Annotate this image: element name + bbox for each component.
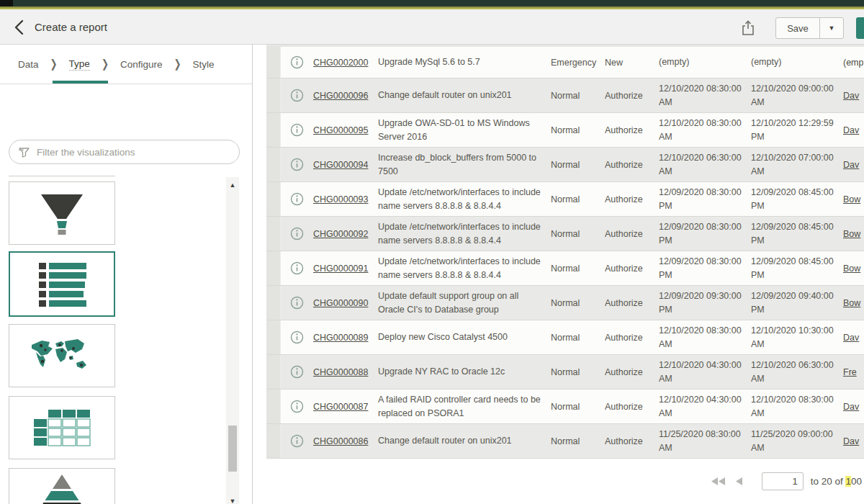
table-row: CHG0000093 Update /etc/network/interface… (266, 182, 864, 217)
records-table: CHG0002000 Upgrade MySql 5.6 to 5.7 Emer… (266, 45, 864, 462)
record-info-icon[interactable] (290, 55, 304, 69)
table-row: CHG0000095 Upgrade OWA-SD-01 to MS Windo… (266, 113, 864, 148)
world-map-icon (26, 334, 98, 377)
save-dropdown-caret[interactable]: ▼ (820, 18, 843, 38)
record-info-icon[interactable] (290, 434, 304, 448)
record-number-link[interactable]: CHG0000094 (313, 160, 368, 170)
record-assigned-link[interactable]: Bow (843, 194, 860, 204)
save-button[interactable]: Save (776, 18, 820, 38)
table-row: CHG0000086 Change default router on unix… (266, 424, 864, 459)
record-assigned-link[interactable]: Fre (843, 367, 857, 377)
step-type[interactable]: Type (69, 58, 90, 71)
record-priority: Normal (551, 298, 605, 308)
page-number-input[interactable] (762, 472, 804, 490)
filter-funnel-icon (18, 146, 30, 158)
step-style[interactable]: Style (193, 59, 215, 70)
record-start-date: 12/10/2020 08:30:00 AM (659, 324, 751, 350)
record-number-link[interactable]: CHG0000089 (313, 333, 368, 343)
record-start-date: 11/25/2020 08:30:00 AM (659, 428, 751, 454)
record-assigned-link[interactable]: Bow (843, 298, 860, 308)
record-number-link[interactable]: CHG0002000 (313, 58, 368, 68)
step-breadcrumb: Data ❯ Type ❯ Configure ❯ Style (0, 45, 252, 84)
record-info-icon[interactable] (290, 296, 304, 310)
viz-thumb-pivot-table[interactable] (9, 396, 115, 459)
viz-thumb-map[interactable] (9, 324, 115, 387)
record-info-icon[interactable] (290, 192, 304, 206)
record-state: Authorize (605, 160, 659, 170)
scroll-down-icon[interactable]: ▼ (228, 498, 237, 504)
table-row: CHG0000094 Increase db_block_buffers fro… (266, 148, 864, 182)
record-number-link[interactable]: CHG0000086 (313, 436, 368, 446)
record-assigned-link: (empty) (843, 58, 863, 68)
record-state: Authorize (605, 333, 659, 343)
record-info-icon[interactable] (290, 365, 304, 379)
record-info-icon[interactable] (290, 227, 304, 240)
record-number-link[interactable]: CHG0000091 (313, 264, 368, 274)
record-end-date: (empty) (751, 55, 843, 68)
record-info-icon[interactable] (290, 158, 304, 171)
record-number-link[interactable]: CHG0000093 (313, 194, 368, 204)
first-page-button[interactable] (711, 477, 726, 485)
top-strip-corner (0, 0, 13, 6)
record-info-icon[interactable] (290, 400, 304, 413)
record-state: Authorize (605, 436, 659, 446)
save-split-button: Save ▼ (775, 17, 844, 39)
previous-page-button[interactable] (736, 477, 743, 485)
record-start-date: 12/10/2020 04:30:00 AM (659, 359, 751, 384)
record-description: A failed RAID controller card needs to b… (378, 393, 551, 419)
record-number-link[interactable]: CHG0000087 (313, 402, 368, 412)
record-end-date: 12/10/2020 09:00:00 AM (751, 82, 843, 108)
scroll-up-icon[interactable]: ▲ (228, 181, 237, 189)
record-priority: Normal (551, 125, 605, 135)
record-assigned-link[interactable]: Bow (843, 264, 860, 274)
record-end-date: 12/10/2020 07:00:00 AM (751, 151, 843, 177)
record-info-icon[interactable] (290, 89, 304, 102)
step-data[interactable]: Data (18, 59, 39, 70)
record-number-link[interactable]: CHG0000092 (313, 229, 368, 239)
row-gutter (266, 320, 281, 354)
scrollbar-thumb[interactable] (228, 426, 237, 472)
record-state: Authorize (605, 402, 659, 412)
record-assigned-link[interactable]: Dav (843, 91, 859, 101)
record-number-link[interactable]: CHG0000096 (313, 91, 368, 101)
record-start-date: 12/10/2020 04:30:00 AM (659, 393, 751, 419)
scrolled-thumb-edge (9, 176, 115, 176)
table-row: CHG0000090 Update default support group … (266, 286, 864, 320)
record-priority: Normal (551, 436, 605, 446)
record-assigned-link[interactable]: Dav (843, 436, 859, 446)
record-number-link[interactable]: CHG0000090 (313, 298, 368, 308)
table-row: CHG0000096 Change default router on unix… (266, 78, 864, 113)
record-description: Change default router on unix201 (378, 434, 551, 447)
record-number-link[interactable]: CHG0000095 (313, 125, 368, 135)
pyramid-chart-icon (33, 470, 91, 504)
record-state: Authorize (605, 367, 659, 377)
record-state: Authorize (605, 125, 659, 135)
record-assigned-link[interactable]: Dav (843, 160, 859, 170)
share-icon[interactable] (740, 19, 757, 37)
viz-thumb-funnel[interactable] (9, 181, 115, 245)
record-description: Update /etc/network/interfaces to includ… (378, 220, 551, 246)
active-step-indicator (53, 81, 108, 84)
viz-thumb-pyramid[interactable] (9, 468, 115, 504)
record-end-date: 11/25/2020 09:00:00 AM (751, 428, 843, 454)
record-description: Update /etc/network/interfaces to includ… (378, 255, 551, 281)
list-icon (33, 261, 91, 307)
back-arrow-icon[interactable] (10, 18, 30, 37)
row-gutter (266, 251, 281, 285)
row-gutter (266, 286, 281, 320)
cutoff-primary-button[interactable] (856, 17, 864, 39)
viz-thumb-list[interactable] (9, 251, 115, 317)
list-pagination: to 20 of 100 (266, 462, 864, 504)
step-configure[interactable]: Configure (120, 59, 163, 70)
record-number-link[interactable]: CHG0000088 (313, 367, 368, 377)
record-assigned-link[interactable]: Dav (843, 333, 859, 343)
record-assigned-link[interactable]: Dav (843, 125, 859, 135)
record-assigned-link[interactable]: Dav (843, 402, 859, 412)
record-assigned-link[interactable]: Bow (843, 229, 860, 239)
record-info-icon[interactable] (290, 330, 304, 344)
record-info-icon[interactable] (290, 261, 304, 275)
record-info-icon[interactable] (290, 123, 304, 137)
filter-input[interactable] (37, 147, 239, 158)
row-gutter (266, 78, 281, 112)
viz-list-scrollbar[interactable]: ▲ ▼ (226, 177, 239, 504)
